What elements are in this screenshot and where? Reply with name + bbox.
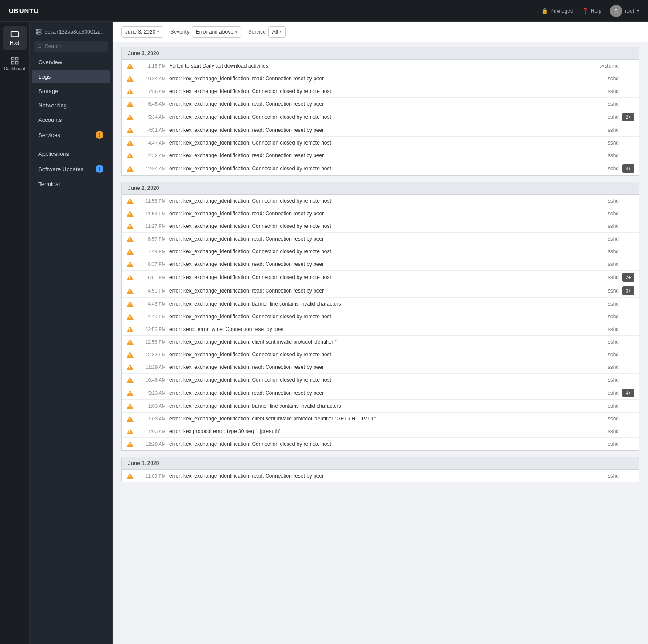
table-row[interactable]: 11:53 PMerror: kex_exchange_identificati… — [122, 195, 639, 207]
user-label: root — [625, 8, 634, 14]
warning-icon — [126, 248, 134, 255]
nav-sidebar: 5eca7132aa8cc30001a... Overview Logs Sto… — [30, 22, 113, 644]
log-timestamp: 4:51 PM — [137, 288, 166, 293]
log-message: error: kex_exchange_identification: Conn… — [169, 165, 585, 172]
table-row[interactable]: 6:37 PMerror: kex_exchange_identificatio… — [122, 258, 639, 271]
overview-label: Overview — [38, 59, 62, 65]
sidebar-item-services[interactable]: Services ! — [32, 127, 110, 142]
log-timestamp: 4:40 PM — [137, 314, 166, 319]
log-timestamp: 10:34 AM — [137, 76, 166, 81]
sidebar-item-networking[interactable]: Networking — [32, 99, 110, 112]
warning-icon — [126, 260, 134, 268]
sidebar-item-logs[interactable]: Logs — [32, 70, 110, 83]
log-service: sshd — [588, 428, 619, 434]
warning-icon — [126, 113, 134, 121]
sidebar-item-host[interactable]: Host — [3, 26, 27, 50]
table-row[interactable]: 11:09 PMerror: kex_exchange_identificati… — [122, 470, 639, 482]
table-row[interactable]: 12:32 PMerror: kex_exchange_identificati… — [122, 348, 639, 361]
log-message: error: kex_exchange_identification: Conn… — [169, 274, 585, 280]
sidebar-item-dashboard[interactable]: Dashboard — [3, 52, 27, 76]
avatar: R — [610, 5, 622, 17]
log-service: sshd — [588, 127, 619, 133]
table-row[interactable]: 6:45 AMerror: kex_exchange_identificatio… — [122, 98, 639, 110]
date-filter[interactable]: June 3, 2020 ▾ — [121, 26, 163, 38]
table-row[interactable]: 11:53 PMerror: kex_exchange_identificati… — [122, 207, 639, 220]
log-service: sshd — [588, 210, 619, 217]
log-message: error: kex_exchange_identification: read… — [169, 127, 585, 133]
table-row[interactable]: 1:03 AMerror: kex protocol error: type 3… — [122, 425, 639, 438]
warning-icon — [126, 440, 134, 448]
svg-rect-1 — [11, 58, 14, 60]
log-timestamp: 11:53 PM — [137, 211, 166, 216]
nav-divider — [30, 145, 112, 145]
table-row[interactable]: 12:34 AMerror: kex_exchange_identificati… — [122, 162, 639, 175]
date-filter-caret: ▾ — [157, 30, 159, 34]
log-message: error: kex_exchange_identification: read… — [169, 261, 585, 267]
log-timestamp: 4:43 PM — [137, 301, 166, 307]
sidebar-item-software-updates[interactable]: Software Updates i — [32, 162, 110, 176]
log-service: sshd — [588, 364, 619, 370]
search-input[interactable] — [45, 43, 104, 49]
warning-icon — [126, 210, 134, 217]
table-row[interactable]: 1:03 AMerror: kex_exchange_identificatio… — [122, 413, 639, 425]
warning-icon — [126, 273, 134, 281]
severity-filter[interactable]: Error and above ▾ — [192, 26, 241, 38]
table-row[interactable]: 4:47 AMerror: kex_exchange_identificatio… — [122, 137, 639, 149]
log-service: sshd — [588, 441, 619, 447]
table-row[interactable]: 12:56 PMerror: send_error: write: Connec… — [122, 323, 639, 336]
date-filter-value: June 3, 2020 — [125, 29, 155, 35]
table-row[interactable]: 5:23 AMerror: kex_exchange_identificatio… — [122, 386, 639, 400]
sidebar-item-terminal[interactable]: Terminal — [32, 177, 110, 191]
table-row[interactable]: 7:49 PMerror: kex_exchange_identificatio… — [122, 245, 639, 258]
app-title: UBUNTU — [9, 7, 542, 14]
service-filter-group: Service All ▾ — [248, 26, 286, 38]
table-row[interactable]: 12:56 PMerror: kex_exchange_identificati… — [122, 336, 639, 348]
table-row[interactable]: 12:28 AMerror: kex_exchange_identificati… — [122, 438, 639, 450]
table-row[interactable]: 10:48 AMerror: kex_exchange_identificati… — [122, 374, 639, 386]
log-timestamp: 6:37 PM — [137, 262, 166, 267]
table-row[interactable]: 4:43 PMerror: kex_exchange_identificatio… — [122, 298, 639, 310]
log-message: error: kex_exchange_identification: read… — [169, 101, 585, 107]
table-row[interactable]: 4:40 PMerror: kex_exchange_identificatio… — [122, 310, 639, 323]
log-service: sshd — [588, 76, 619, 82]
sidebar-item-storage[interactable]: Storage — [32, 84, 110, 98]
services-label: Services — [38, 132, 60, 138]
table-row[interactable]: 11:27 PMerror: kex_exchange_identificati… — [122, 220, 639, 233]
table-row[interactable]: 1:15 PMFailed to start Daily apt downloa… — [122, 60, 639, 72]
warning-icon — [126, 100, 134, 108]
log-message: error: kex_exchange_identification: Conn… — [169, 313, 585, 320]
table-row[interactable]: 6:01 PMerror: kex_exchange_identificatio… — [122, 271, 639, 284]
help-button[interactable]: ❓ Help — [582, 8, 602, 14]
log-timestamp: 2:32 AM — [137, 153, 166, 158]
warning-icon — [126, 389, 134, 397]
table-row[interactable]: 1:03 AMerror: kex_exchange_identificatio… — [122, 400, 639, 413]
table-row[interactable]: 11:29 AMerror: kex_exchange_identificati… — [122, 361, 639, 374]
table-row[interactable]: 8:57 PMerror: kex_exchange_identificatio… — [122, 233, 639, 245]
table-row[interactable]: 10:34 AMerror: kex_exchange_identificati… — [122, 72, 639, 85]
warning-icon — [126, 472, 134, 480]
service-filter-value: All — [272, 29, 278, 35]
log-service: sshd — [588, 403, 619, 409]
networking-label: Networking — [38, 102, 67, 109]
search-box[interactable] — [34, 41, 108, 52]
top-nav: UBUNTU 🔒 Privileged ❓ Help R root ▾ — [0, 0, 648, 22]
sidebar-item-overview[interactable]: Overview — [32, 55, 110, 69]
lock-icon: 🔒 — [542, 8, 548, 14]
sidebar-item-applications[interactable]: Applications — [32, 147, 110, 161]
nav-host-label: 5eca7132aa8cc30001a... — [30, 25, 112, 39]
table-row[interactable]: 4:51 PMerror: kex_exchange_identificatio… — [122, 284, 639, 298]
logs-area: June 3, 20201:15 PMFailed to start Daily… — [113, 42, 648, 644]
warning-icon — [126, 75, 134, 83]
table-row[interactable]: 4:51 AMerror: kex_exchange_identificatio… — [122, 124, 639, 137]
log-timestamp: 1:15 PM — [137, 63, 166, 69]
log-timestamp: 11:53 PM — [137, 198, 166, 203]
table-row[interactable]: 5:34 AMerror: kex_exchange_identificatio… — [122, 110, 639, 124]
user-menu[interactable]: R root ▾ — [610, 5, 639, 17]
table-row[interactable]: 7:56 AMerror: kex_exchange_identificatio… — [122, 85, 639, 98]
log-service: sshd — [588, 152, 619, 158]
service-filter[interactable]: All ▾ — [268, 26, 286, 38]
log-service: sshd — [588, 248, 619, 255]
table-row[interactable]: 2:32 AMerror: kex_exchange_identificatio… — [122, 149, 639, 162]
sidebar-item-accounts[interactable]: Accounts — [32, 113, 110, 127]
help-circle-icon: ❓ — [582, 8, 589, 14]
